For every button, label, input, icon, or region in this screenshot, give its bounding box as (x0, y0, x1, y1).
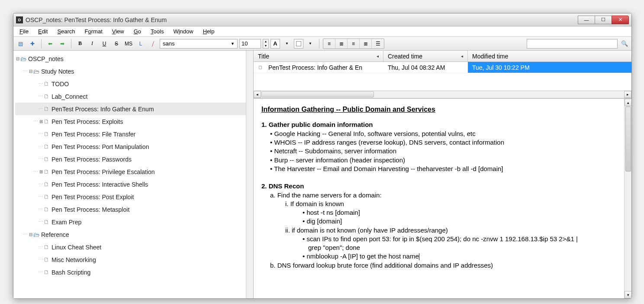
col-title[interactable]: Title◂ (254, 51, 383, 61)
scroll-thumb[interactable] (261, 91, 374, 97)
align-center-icon[interactable]: ≣ (335, 39, 348, 49)
tree-item[interactable]: ⋯🗋TODO (15, 78, 252, 90)
scroll-down-icon[interactable]: ▾ (625, 291, 631, 298)
col-created[interactable]: Created time◂ (383, 51, 468, 61)
row-created: Thu, Jul 04 08:32 AM (388, 64, 445, 71)
search-box[interactable] (527, 39, 618, 49)
list-hscrollbar[interactable]: ◂ ▸ (254, 91, 631, 98)
tree-item[interactable]: ⋯🗋Pen Test Process: Interactive Shells (15, 178, 252, 191)
minimize-button[interactable]: — (578, 16, 595, 24)
fontsize-stepper[interactable]: ▲ ▼ (263, 39, 269, 49)
content-heading: Information Gathering -- Public Domain a… (261, 105, 624, 114)
tree-guide: ⋯ (39, 156, 44, 162)
new-page-icon[interactable]: ✚ (27, 39, 38, 49)
text-color-button[interactable]: A (270, 39, 280, 49)
tree-guide: ⋯ (39, 219, 44, 225)
forward-icon[interactable]: ➡ (57, 39, 68, 49)
align-right-icon[interactable]: ≡ (348, 39, 360, 49)
tree-guide: ⋯ (23, 68, 28, 74)
italic-button[interactable]: I (87, 39, 97, 49)
bold-button[interactable]: B (75, 39, 85, 49)
content-line: ii. if domain is not known (only have IP… (285, 226, 624, 235)
page-icon: 🗋 (44, 181, 52, 188)
strike-button[interactable]: S (111, 39, 122, 49)
align-group: ≡ ≣ ≡ ≣ ☰ (323, 39, 384, 49)
collapse-icon[interactable]: ⊟ (15, 56, 20, 61)
menu-help[interactable]: Help (199, 27, 219, 36)
right-pane: Title◂ Created time◂ Modified time 🗋PenT… (254, 51, 631, 298)
tree-item-selected[interactable]: ⋯🗋PenTest Process: Info Gather & Enum (15, 103, 252, 115)
list-row[interactable]: 🗋PenTest Process: Info Gather & En Thu, … (254, 62, 631, 73)
underline-button[interactable]: U (99, 39, 109, 49)
tree-item[interactable]: ⋯🗋Pen Test Process: Port Manipulation (15, 140, 252, 153)
tree-root[interactable]: ⊟ 🗁 OSCP_notes (15, 52, 252, 65)
tree-item[interactable]: ⋯⊞🗋Pen Test Process: Exploits (15, 115, 252, 128)
highlight-color-button[interactable] (294, 39, 303, 49)
font-select[interactable]: sans ▼ (160, 39, 238, 49)
tree-item[interactable]: ⋯🗋Pen Test Process: Post Exploit (15, 191, 252, 203)
tree-label: Pen Test Process: Interactive Shells (52, 181, 148, 188)
list-header: Title◂ Created time◂ Modified time (254, 51, 631, 62)
link-button[interactable]: L (135, 39, 146, 49)
chevron-up-icon[interactable]: ▲ (263, 39, 268, 44)
tree-folder-study[interactable]: ⋯ ⊟ 🗁 Study Notes (15, 65, 252, 78)
page-icon: 🗋 (44, 244, 52, 250)
close-button[interactable]: ✕ (612, 16, 629, 24)
content-line: • dig [domain] (303, 217, 624, 226)
align-justify-icon[interactable]: ≣ (360, 39, 372, 49)
scroll-thumb[interactable] (625, 107, 631, 171)
col-modified[interactable]: Modified time (468, 51, 631, 61)
expand-icon[interactable]: ⊞ (39, 169, 44, 174)
monospace-button[interactable]: MS (123, 39, 134, 49)
chevron-down-icon[interactable]: ▼ (282, 39, 292, 49)
scroll-up-icon[interactable]: ▴ (625, 99, 631, 106)
tree: ⊟ 🗁 OSCP_notes ⋯ ⊟ 🗁 Study Notes ⋯🗋TODO … (13, 51, 253, 280)
content-line: a. Find the name servers for a domain: (270, 191, 624, 200)
content-line: b. DNS forward lookup brute force (find … (270, 261, 624, 270)
page-icon: 🗋 (44, 194, 52, 200)
search-icon[interactable]: 🔍 (619, 39, 630, 49)
collapse-icon[interactable]: ⊟ (28, 69, 33, 74)
content-line: • WHOIS -- IP address ranges (reverse lo… (270, 138, 624, 147)
tree-guide: ⋯ (39, 144, 44, 149)
tree-item[interactable]: ⋯🗋Linux Cheat Sheet (15, 241, 252, 253)
maximize-button[interactable]: ☐ (595, 16, 612, 24)
bullet-list-icon[interactable]: ☰ (372, 39, 384, 49)
menu-file[interactable]: File (15, 27, 33, 36)
content-line: i. If domain is known (285, 200, 624, 208)
menu-go[interactable]: Go (129, 27, 145, 36)
toolbar-separator (71, 39, 71, 49)
tree-item[interactable]: ⋯🗋Pen Test Process: Passwords (15, 153, 252, 165)
chevron-down-icon[interactable]: ▼ (305, 39, 316, 49)
search-input[interactable] (527, 40, 617, 47)
expand-icon[interactable]: ⊞ (39, 119, 44, 124)
scroll-left-icon[interactable]: ◂ (254, 91, 261, 98)
tree-folder-reference[interactable]: ⋯ ⊟ 🗁 Reference (15, 228, 252, 241)
align-left-icon[interactable]: ≡ (323, 39, 335, 49)
tree-item[interactable]: ⋯🗋Bash Scripting (15, 266, 252, 278)
note-content[interactable]: Information Gathering -- Public Domain a… (254, 99, 631, 276)
content-scrollbar[interactable]: ▴ ▾ (624, 99, 631, 298)
tree-item[interactable]: ⋯🗋Misc Networking (15, 253, 252, 266)
tree-item[interactable]: ⋯🗋Pen Test Process: Metasploit (15, 203, 252, 216)
clear-format-icon[interactable]: ⧸ (148, 39, 158, 49)
tree-label: Exam Prep (52, 219, 81, 226)
new-note-icon[interactable]: ▤ (15, 39, 26, 49)
chevron-down-icon[interactable]: ▼ (263, 44, 268, 48)
fontsize-input[interactable]: 10 (239, 39, 261, 49)
tree-item[interactable]: ⋯🗋Exam Prep (15, 216, 252, 228)
menu-edit[interactable]: Edit (34, 27, 52, 36)
tree-label: Misc Networking (52, 256, 96, 263)
menu-format[interactable]: Format (80, 27, 107, 36)
menu-search[interactable]: Search (53, 27, 79, 36)
scroll-right-icon[interactable]: ▸ (624, 91, 631, 98)
menu-view[interactable]: View (108, 27, 129, 36)
tree-item[interactable]: ⋯🗋Lab_Connect (15, 90, 252, 103)
tree-item[interactable]: ⋯🗋Pen Test Process: File Transfer (15, 128, 252, 140)
back-icon[interactable]: ⬅ (45, 39, 55, 49)
tree-item[interactable]: ⋯⊞🗋Pen Test Process: Privilege Escalatio… (15, 165, 252, 178)
tree-scrollbar[interactable] (246, 51, 253, 298)
menu-tools[interactable]: Tools (146, 27, 168, 36)
collapse-icon[interactable]: ⊟ (28, 232, 33, 237)
menu-window[interactable]: Window (169, 27, 197, 36)
